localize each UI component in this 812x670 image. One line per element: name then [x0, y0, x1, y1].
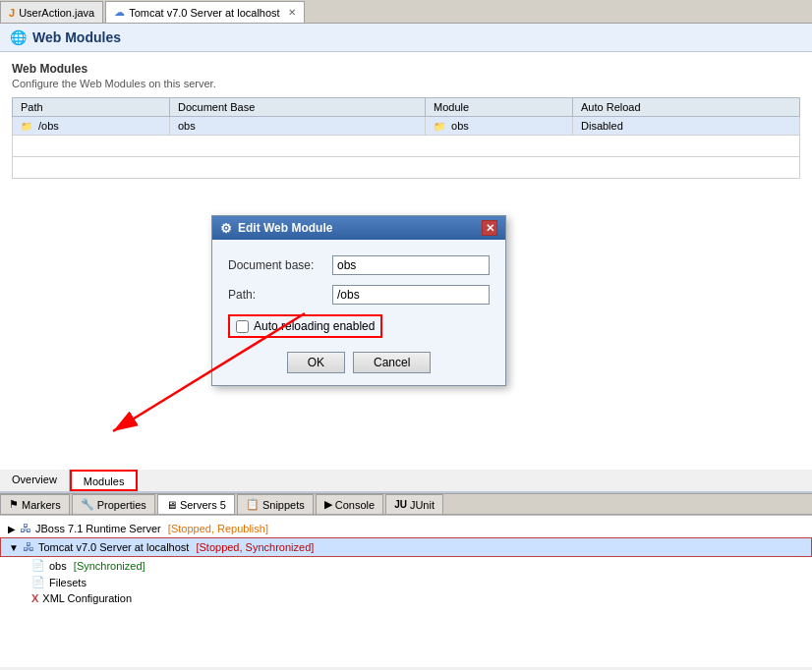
- snippets-icon: 📋: [246, 498, 260, 511]
- tab-useraction[interactable]: J UserAction.java: [0, 1, 103, 23]
- tomcat-status: [Stopped, Synchronized]: [193, 541, 314, 553]
- section-title: Web Modules: [32, 29, 121, 45]
- row-module: 📁 obs: [426, 117, 573, 136]
- wm-table: Path Document Base Module Auto Reload 📁 …: [12, 97, 800, 179]
- autoreload-row: Auto reloading enabled: [228, 314, 382, 338]
- bottom-tab-console[interactable]: ▶ Console: [316, 494, 383, 514]
- cancel-button[interactable]: Cancel: [353, 352, 431, 373]
- col-path: Path: [13, 98, 170, 117]
- dialog-titlebar: ⚙ Edit Web Module ✕: [212, 216, 505, 240]
- junit-icon: JU: [394, 499, 407, 510]
- obs-icon: 📄: [31, 559, 45, 572]
- filesets-icon: 📄: [31, 576, 45, 588]
- table-row: 📁 /obs obs 📁 obs Disabled: [13, 117, 800, 136]
- dialog-buttons: OK Cancel: [228, 352, 490, 373]
- dialog-gear-icon: ⚙: [220, 221, 232, 236]
- junit-label: JUnit: [410, 499, 435, 511]
- tomcat-server-icon: 🖧: [23, 540, 34, 554]
- server-item-filesets[interactable]: 📄 Filesets: [0, 574, 812, 590]
- main-content: 🌐 Web Modules Web Modules Configure the …: [0, 24, 812, 493]
- col-autoreload: Auto Reload: [573, 98, 800, 117]
- edit-web-module-dialog: ⚙ Edit Web Module ✕ Document base: Path:…: [211, 215, 506, 386]
- server-icon: ☁: [114, 6, 125, 19]
- servers-panel: ▶ 🖧 JBoss 7.1 Runtime Server [Stopped, R…: [0, 515, 812, 667]
- obs-status: [Synchronized]: [71, 560, 145, 572]
- editor-tabs: Overview Modules: [0, 470, 812, 493]
- bottom-tabs-bar: ⚑ Markers 🔧 Properties 🖥 Servers 5 📋 Sni…: [0, 493, 812, 515]
- expand-icon-tomcat: ▼: [9, 542, 19, 553]
- servers-content: ▶ 🖧 JBoss 7.1 Runtime Server [Stopped, R…: [0, 516, 812, 610]
- wm-desc: Configure the Web Modules on this server…: [12, 78, 800, 89]
- dialog-title-left: ⚙ Edit Web Module: [220, 221, 332, 236]
- overview-modules-section: Overview Modules: [0, 470, 812, 493]
- filesets-name: Filesets: [49, 577, 87, 588]
- col-docbase: Document Base: [170, 98, 426, 117]
- tab-useraction-label: UserAction.java: [19, 7, 94, 19]
- tab-tomcat-close[interactable]: ✕: [288, 7, 296, 18]
- server-item-obs[interactable]: 📄 obs [Synchronized]: [0, 557, 812, 574]
- empty-row-1: [13, 136, 800, 157]
- autoreload-checkbox[interactable]: [236, 320, 249, 333]
- webmodules-content: Web Modules Configure the Web Modules on…: [0, 52, 812, 189]
- tab-modules[interactable]: Modules: [70, 470, 139, 491]
- bottom-tab-snippets[interactable]: 📋 Snippets: [237, 494, 314, 514]
- dialog-body: Document base: Path: Auto reloading enab…: [212, 240, 505, 385]
- bottom-tab-junit[interactable]: JU JUnit: [385, 494, 443, 514]
- tab-bar: J UserAction.java ☁ Tomcat v7.0 Server a…: [0, 0, 812, 24]
- markers-label: Markers: [22, 499, 61, 511]
- bottom-tab-markers[interactable]: ⚑ Markers: [0, 494, 70, 514]
- jboss-name: JBoss 7.1 Runtime Server: [35, 523, 161, 534]
- xmlconfig-name: XML Configuration: [42, 592, 132, 604]
- wm-title: Web Modules: [12, 62, 800, 76]
- docbase-row: Document base:: [228, 255, 490, 275]
- java-icon: J: [9, 7, 15, 19]
- servers-label: Servers 5: [180, 499, 226, 511]
- bottom-tab-properties[interactable]: 🔧 Properties: [72, 494, 155, 514]
- section-header: 🌐 Web Modules: [0, 24, 812, 52]
- server-item-tomcat[interactable]: ▼ 🖧 Tomcat v7.0 Server at localhost [Sto…: [0, 537, 812, 557]
- empty-row-2: [13, 157, 800, 179]
- path-label: Path:: [228, 288, 332, 302]
- jboss-status: [Stopped, Republish]: [165, 523, 268, 534]
- tab-overview[interactable]: Overview: [0, 470, 70, 491]
- globe-icon: 🌐: [10, 29, 27, 45]
- tomcat-name: Tomcat v7.0 Server at localhost: [38, 541, 189, 553]
- tab-tomcat[interactable]: ☁ Tomcat v7.0 Server at localhost ✕: [105, 1, 304, 23]
- row-path: 📁 /obs: [13, 117, 170, 136]
- row-autoreload: Disabled: [573, 117, 800, 136]
- servers-icon: 🖥: [166, 499, 177, 511]
- console-label: Console: [335, 499, 375, 511]
- jboss-server-icon: 🖧: [20, 522, 31, 535]
- server-item-xmlconfig[interactable]: X XML Configuration: [0, 590, 812, 606]
- xmlconfig-icon: X: [31, 592, 38, 604]
- autoreload-label: Auto reloading enabled: [254, 319, 375, 333]
- console-icon: ▶: [324, 498, 332, 511]
- server-item-jboss[interactable]: ▶ 🖧 JBoss 7.1 Runtime Server [Stopped, R…: [0, 520, 812, 537]
- docbase-label: Document base:: [228, 258, 332, 272]
- path-input[interactable]: [332, 285, 490, 305]
- tab-tomcat-label: Tomcat v7.0 Server at localhost: [129, 7, 279, 19]
- properties-icon: 🔧: [81, 498, 94, 511]
- expand-icon-jboss: ▶: [8, 524, 16, 534]
- row-docbase: obs: [170, 117, 426, 136]
- dialog-title: Edit Web Module: [238, 221, 332, 235]
- folder-icon: 📁: [21, 121, 32, 132]
- properties-label: Properties: [97, 499, 146, 511]
- bottom-tab-servers[interactable]: 🖥 Servers 5: [157, 494, 235, 514]
- ok-button[interactable]: OK: [287, 352, 345, 373]
- obs-name: obs: [49, 560, 67, 572]
- markers-icon: ⚑: [9, 498, 19, 511]
- docbase-input[interactable]: [332, 255, 490, 275]
- module-icon: 📁: [434, 121, 445, 132]
- path-row: Path:: [228, 285, 490, 305]
- snippets-label: Snippets: [262, 499, 305, 511]
- col-module: Module: [426, 98, 573, 117]
- dialog-close-button[interactable]: ✕: [482, 220, 497, 236]
